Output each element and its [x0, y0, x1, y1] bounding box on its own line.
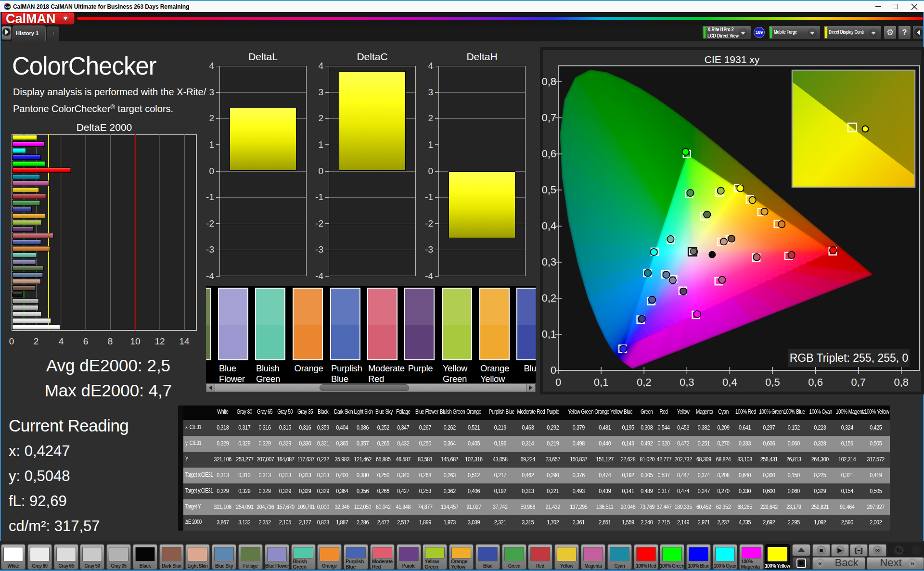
- svg-text:0,2: 0,2: [541, 292, 556, 304]
- svg-text:0,6: 0,6: [541, 148, 556, 160]
- svg-text:0,8: 0,8: [541, 76, 556, 88]
- svg-text:0,1: 0,1: [541, 328, 556, 340]
- svg-text:0,4: 0,4: [722, 376, 737, 388]
- svg-text:0,5: 0,5: [765, 376, 780, 388]
- svg-text:0,5: 0,5: [541, 184, 556, 196]
- svg-text:0,7: 0,7: [851, 376, 866, 388]
- svg-text:0,1: 0,1: [594, 376, 609, 388]
- svg-text:0,6: 0,6: [808, 376, 823, 388]
- svg-text:0: 0: [551, 364, 556, 376]
- svg-text:0: 0: [555, 376, 561, 388]
- svg-text:0,8: 0,8: [894, 376, 909, 388]
- svg-text:0,7: 0,7: [541, 112, 556, 124]
- svg-text:0,3: 0,3: [680, 376, 694, 388]
- svg-text:RGB Triplet: 255, 255, 0: RGB Triplet: 255, 255, 0: [790, 352, 909, 364]
- svg-text:0,3: 0,3: [541, 256, 556, 268]
- svg-text:0,4: 0,4: [541, 220, 556, 232]
- svg-text:0,2: 0,2: [637, 376, 652, 388]
